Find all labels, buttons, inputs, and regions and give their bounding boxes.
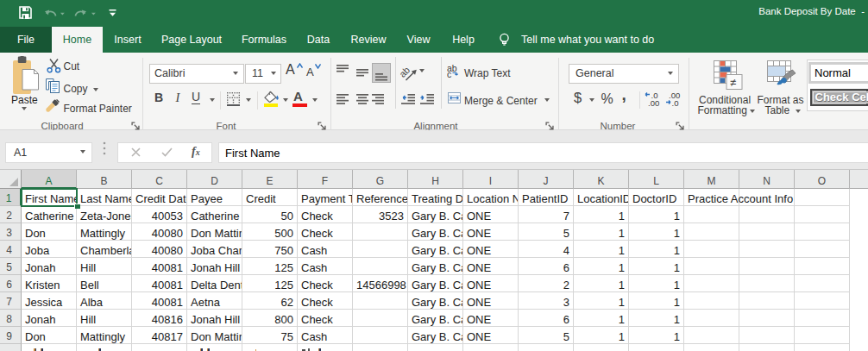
svg-text:≠: ≠ [730,76,736,89]
svg-text:.0: .0 [672,98,679,107]
svg-text:c: c [447,69,451,78]
svg-text:.00: .00 [648,98,659,107]
